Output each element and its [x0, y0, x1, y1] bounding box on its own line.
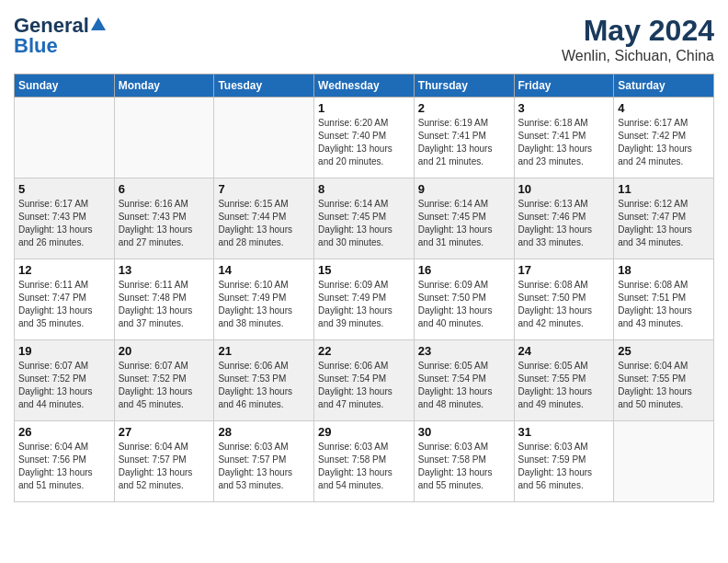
day-info: Sunrise: 6:08 AMSunset: 7:51 PMDaylight:… — [618, 279, 710, 330]
calendar-cell: 3Sunrise: 6:18 AMSunset: 7:41 PMDaylight… — [514, 98, 614, 178]
day-number: 23 — [418, 344, 510, 358]
calendar-cell: 13Sunrise: 6:11 AMSunset: 7:48 PMDayligh… — [114, 259, 214, 340]
calendar-cell: 21Sunrise: 6:06 AMSunset: 7:53 PMDayligh… — [214, 340, 314, 421]
day-info: Sunrise: 6:18 AMSunset: 7:41 PMDaylight:… — [518, 117, 610, 168]
day-number: 29 — [318, 425, 410, 439]
day-info: Sunrise: 6:14 AMSunset: 7:45 PMDaylight:… — [418, 198, 510, 249]
day-info: Sunrise: 6:07 AMSunset: 7:52 PMDaylight:… — [119, 360, 210, 411]
day-info: Sunrise: 6:15 AMSunset: 7:44 PMDaylight:… — [218, 198, 310, 249]
day-info: Sunrise: 6:05 AMSunset: 7:55 PMDaylight:… — [518, 360, 610, 411]
calendar-cell: 31Sunrise: 6:03 AMSunset: 7:59 PMDayligh… — [514, 421, 614, 502]
day-info: Sunrise: 6:17 AMSunset: 7:42 PMDaylight:… — [618, 117, 710, 168]
calendar-cell — [214, 98, 314, 178]
day-info: Sunrise: 6:06 AMSunset: 7:53 PMDaylight:… — [218, 360, 310, 411]
calendar-cell: 14Sunrise: 6:10 AMSunset: 7:49 PMDayligh… — [214, 259, 314, 340]
day-number: 16 — [418, 263, 510, 277]
day-info: Sunrise: 6:11 AMSunset: 7:47 PMDaylight:… — [18, 279, 110, 330]
day-number: 13 — [119, 263, 210, 277]
col-friday: Friday — [514, 75, 614, 98]
day-number: 14 — [218, 263, 310, 277]
day-number: 20 — [119, 344, 210, 358]
calendar-cell: 1Sunrise: 6:20 AMSunset: 7:40 PMDaylight… — [314, 98, 415, 178]
day-info: Sunrise: 6:03 AMSunset: 7:58 PMDaylight:… — [318, 441, 410, 492]
calendar-cell — [614, 421, 714, 502]
logo: General Blue — [14, 14, 106, 58]
calendar-cell: 10Sunrise: 6:13 AMSunset: 7:46 PMDayligh… — [514, 178, 614, 259]
calendar-cell: 28Sunrise: 6:03 AMSunset: 7:57 PMDayligh… — [214, 421, 314, 502]
header: General Blue May 2024 Wenlin, Sichuan, C… — [14, 14, 714, 64]
title-block: May 2024 Wenlin, Sichuan, China — [562, 14, 714, 64]
day-number: 17 — [518, 263, 610, 277]
day-info: Sunrise: 6:16 AMSunset: 7:43 PMDaylight:… — [119, 198, 210, 249]
calendar-cell — [15, 98, 115, 178]
day-number: 12 — [18, 263, 110, 277]
calendar-cell: 20Sunrise: 6:07 AMSunset: 7:52 PMDayligh… — [114, 340, 214, 421]
day-info: Sunrise: 6:04 AMSunset: 7:57 PMDaylight:… — [119, 441, 210, 492]
day-info: Sunrise: 6:04 AMSunset: 7:56 PMDaylight:… — [18, 441, 110, 492]
col-wednesday: Wednesday — [314, 75, 415, 98]
day-info: Sunrise: 6:12 AMSunset: 7:47 PMDaylight:… — [618, 198, 710, 249]
calendar-week-5: 26Sunrise: 6:04 AMSunset: 7:56 PMDayligh… — [15, 421, 714, 502]
logo-blue-text: Blue — [14, 34, 58, 58]
day-number: 3 — [518, 101, 610, 115]
calendar-cell: 23Sunrise: 6:05 AMSunset: 7:54 PMDayligh… — [414, 340, 514, 421]
day-number: 1 — [318, 101, 410, 115]
day-number: 5 — [18, 182, 110, 196]
calendar-week-2: 5Sunrise: 6:17 AMSunset: 7:43 PMDaylight… — [15, 178, 714, 259]
day-number: 6 — [119, 182, 210, 196]
day-number: 9 — [418, 182, 510, 196]
calendar-cell: 22Sunrise: 6:06 AMSunset: 7:54 PMDayligh… — [314, 340, 415, 421]
day-number: 22 — [318, 344, 410, 358]
page: General Blue May 2024 Wenlin, Sichuan, C… — [0, 0, 728, 563]
day-number: 26 — [18, 425, 110, 439]
col-sunday: Sunday — [15, 75, 115, 98]
calendar-cell: 19Sunrise: 6:07 AMSunset: 7:52 PMDayligh… — [15, 340, 115, 421]
calendar-cell: 2Sunrise: 6:19 AMSunset: 7:41 PMDaylight… — [414, 98, 514, 178]
calendar-header-row: Sunday Monday Tuesday Wednesday Thursday… — [15, 75, 714, 98]
calendar-cell: 8Sunrise: 6:14 AMSunset: 7:45 PMDaylight… — [314, 178, 415, 259]
day-info: Sunrise: 6:17 AMSunset: 7:43 PMDaylight:… — [18, 198, 110, 249]
col-thursday: Thursday — [414, 75, 514, 98]
day-info: Sunrise: 6:05 AMSunset: 7:54 PMDaylight:… — [418, 360, 510, 411]
calendar-cell: 4Sunrise: 6:17 AMSunset: 7:42 PMDaylight… — [614, 98, 714, 178]
day-number: 8 — [318, 182, 410, 196]
calendar-cell: 25Sunrise: 6:04 AMSunset: 7:55 PMDayligh… — [614, 340, 714, 421]
logo-triangle-icon — [91, 17, 106, 30]
day-number: 7 — [218, 182, 310, 196]
day-number: 19 — [18, 344, 110, 358]
calendar-cell: 17Sunrise: 6:08 AMSunset: 7:50 PMDayligh… — [514, 259, 614, 340]
day-number: 25 — [618, 344, 710, 358]
calendar-cell: 24Sunrise: 6:05 AMSunset: 7:55 PMDayligh… — [514, 340, 614, 421]
day-info: Sunrise: 6:03 AMSunset: 7:57 PMDaylight:… — [218, 441, 310, 492]
calendar-cell: 6Sunrise: 6:16 AMSunset: 7:43 PMDaylight… — [114, 178, 214, 259]
calendar-cell: 11Sunrise: 6:12 AMSunset: 7:47 PMDayligh… — [614, 178, 714, 259]
calendar-cell: 7Sunrise: 6:15 AMSunset: 7:44 PMDaylight… — [214, 178, 314, 259]
day-info: Sunrise: 6:07 AMSunset: 7:52 PMDaylight:… — [18, 360, 110, 411]
day-number: 15 — [318, 263, 410, 277]
calendar-cell: 12Sunrise: 6:11 AMSunset: 7:47 PMDayligh… — [15, 259, 115, 340]
calendar-cell: 29Sunrise: 6:03 AMSunset: 7:58 PMDayligh… — [314, 421, 415, 502]
day-info: Sunrise: 6:03 AMSunset: 7:58 PMDaylight:… — [418, 441, 510, 492]
day-info: Sunrise: 6:04 AMSunset: 7:55 PMDaylight:… — [618, 360, 710, 411]
col-monday: Monday — [114, 75, 214, 98]
day-number: 10 — [518, 182, 610, 196]
day-number: 4 — [618, 101, 710, 115]
day-info: Sunrise: 6:06 AMSunset: 7:54 PMDaylight:… — [318, 360, 410, 411]
day-number: 28 — [218, 425, 310, 439]
day-info: Sunrise: 6:09 AMSunset: 7:49 PMDaylight:… — [318, 279, 410, 330]
day-info: Sunrise: 6:03 AMSunset: 7:59 PMDaylight:… — [518, 441, 610, 492]
calendar-cell: 15Sunrise: 6:09 AMSunset: 7:49 PMDayligh… — [314, 259, 415, 340]
col-tuesday: Tuesday — [214, 75, 314, 98]
day-number: 11 — [618, 182, 710, 196]
calendar-title: May 2024 — [562, 14, 714, 48]
day-info: Sunrise: 6:08 AMSunset: 7:50 PMDaylight:… — [518, 279, 610, 330]
calendar-table: Sunday Monday Tuesday Wednesday Thursday… — [14, 74, 714, 502]
day-info: Sunrise: 6:20 AMSunset: 7:40 PMDaylight:… — [318, 117, 410, 168]
day-number: 2 — [418, 101, 510, 115]
calendar-cell: 18Sunrise: 6:08 AMSunset: 7:51 PMDayligh… — [614, 259, 714, 340]
day-number: 21 — [218, 344, 310, 358]
day-info: Sunrise: 6:11 AMSunset: 7:48 PMDaylight:… — [119, 279, 210, 330]
calendar-week-1: 1Sunrise: 6:20 AMSunset: 7:40 PMDaylight… — [15, 98, 714, 178]
calendar-cell: 27Sunrise: 6:04 AMSunset: 7:57 PMDayligh… — [114, 421, 214, 502]
calendar-cell: 26Sunrise: 6:04 AMSunset: 7:56 PMDayligh… — [15, 421, 115, 502]
